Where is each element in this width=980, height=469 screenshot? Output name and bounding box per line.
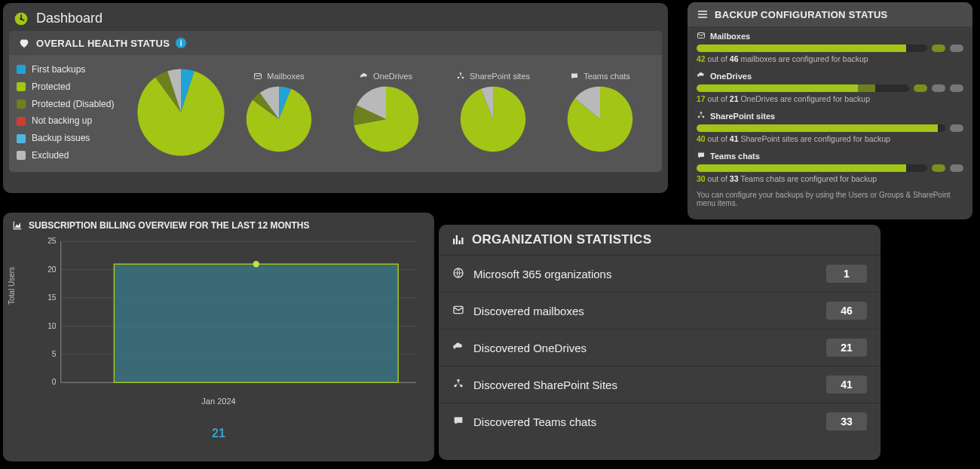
legend-label: Backup issues [32, 130, 90, 147]
health-col-pie [459, 85, 527, 153]
globe-icon [452, 267, 464, 281]
org-stat-value: 21 [826, 339, 867, 357]
overall-health-title: OVERALL HEALTH STATUS [36, 38, 170, 49]
backup-progress-bar [697, 124, 945, 132]
backup-progress-bar [697, 164, 927, 172]
org-stat-label: Discovered OneDrives [452, 341, 586, 355]
health-col-title: SharePoint sites [456, 72, 530, 81]
dashboard-title: Dashboard [36, 11, 103, 26]
svg-text:25: 25 [47, 237, 57, 245]
legend-swatch [17, 117, 26, 126]
org-stat-row[interactable]: Discovered Teams chats33 [439, 403, 880, 440]
legend-swatch [17, 82, 26, 91]
backup-item-label: OneDrives [697, 71, 963, 81]
backup-pill [950, 124, 963, 132]
mailbox-icon [697, 31, 706, 41]
org-stat-value: 33 [826, 412, 867, 431]
bar-chart-icon [451, 233, 464, 247]
legend-label: Not backing up [32, 112, 92, 130]
svg-point-22 [253, 261, 259, 267]
svg-text:20: 20 [47, 265, 57, 274]
list-icon [697, 8, 709, 20]
backup-progress-bar [697, 44, 927, 52]
backup-item-onedrives: OneDrives 17 out of 21 OneDrives are con… [688, 66, 972, 106]
org-stat-value: 46 [826, 302, 867, 320]
backup-item-mailboxes: Mailboxes 42 out of 46 mailboxes are con… [688, 26, 972, 66]
health-col-title: Mailboxes [253, 72, 305, 81]
backup-bar-row [697, 44, 963, 52]
billing-chart-svg: 0510152025 [38, 237, 424, 395]
backup-pill [932, 84, 945, 92]
legend-item-protected: Protected [17, 78, 136, 96]
svg-point-7 [700, 112, 703, 114]
billing-header: SUBSCRIPTION BILLING OVERVIEW FOR THE LA… [3, 213, 434, 232]
dashboard-icon [14, 11, 29, 26]
backup-config-panel: BACKUP CONFIGURATION STATUS Mailboxes 42… [688, 2, 972, 219]
svg-text:5: 5 [52, 350, 57, 358]
org-stat-label: Discovered mailboxes [452, 304, 584, 318]
backup-item-label: Teams chats [697, 151, 963, 161]
svg-text:10: 10 [47, 321, 57, 330]
health-col-title: OneDrives [360, 72, 412, 81]
teams-icon [452, 415, 464, 429]
health-legend: First backupsProtectedProtected (Disable… [15, 61, 136, 164]
org-stat-row[interactable]: Microsoft 365 organizations1 [439, 255, 880, 292]
legend-label: Excluded [32, 147, 69, 164]
health-col-teams-chats: Teams chats [555, 72, 645, 153]
info-icon[interactable]: i [176, 38, 186, 48]
legend-item-protected_disabled: Protected (Disabled) [17, 96, 136, 113]
billing-panel: SUBSCRIPTION BILLING OVERVIEW FOR THE LA… [3, 213, 434, 461]
health-col-pie [352, 85, 420, 153]
org-stat-row[interactable]: Discovered OneDrives21 [439, 329, 880, 366]
legend-swatch [17, 65, 26, 74]
legend-item-issues: Backup issues [17, 130, 136, 147]
health-col-mailboxes: Mailboxes [234, 72, 324, 153]
area-chart-icon [12, 220, 23, 231]
org-stats-panel: ORGANIZATION STATISTICS Microsoft 365 or… [439, 225, 880, 460]
backup-item-note: 17 out of 21 OneDrives are configured fo… [697, 94, 963, 103]
overall-health-section: OVERALL HEALTH STATUS i First backupsPro… [9, 31, 662, 172]
legend-item-excluded: Excluded [17, 147, 136, 164]
mailbox-icon [452, 304, 464, 318]
backup-pill [914, 84, 927, 92]
sharepoint-icon [452, 378, 464, 392]
legend-swatch [17, 151, 26, 160]
org-stat-row[interactable]: Discovered mailboxes46 [439, 292, 880, 329]
svg-point-3 [460, 73, 462, 75]
heart-icon [18, 37, 30, 49]
org-stat-value: 41 [826, 376, 867, 394]
legend-swatch [17, 134, 26, 143]
backup-pill [950, 44, 963, 52]
dashboard-title-bar: Dashboard [3, 3, 668, 31]
billing-highlighted-value[interactable]: 21 [3, 427, 434, 440]
backup-item-label: SharePoint sites [697, 111, 963, 121]
backup-item-sharepoint-sites: SharePoint sites 40 out of 41 SharePoint… [688, 106, 972, 146]
org-stat-label: Discovered Teams chats [452, 415, 596, 429]
backup-pill [950, 84, 963, 92]
legend-item-first: First backups [17, 61, 136, 78]
backup-item-teams-chats: Teams chats 30 out of 33 Teams chats are… [688, 146, 972, 186]
svg-text:0: 0 [52, 378, 57, 386]
health-col-pie [566, 85, 634, 153]
backup-bar-row [697, 164, 963, 172]
backup-item-note: 30 out of 33 Teams chats are configured … [697, 174, 963, 183]
backup-pill [932, 164, 945, 172]
backup-pill [932, 44, 945, 52]
backup-config-title: BACKUP CONFIGURATION STATUS [715, 9, 888, 20]
org-stat-row[interactable]: Discovered SharePoint Sites41 [439, 366, 880, 403]
org-stats-title: ORGANIZATION STATISTICS [472, 232, 651, 247]
teams-icon [697, 151, 706, 161]
backup-item-note: 40 out of 41 SharePoint sites are config… [697, 134, 963, 143]
backup-item-label: Mailboxes [697, 31, 963, 41]
org-stats-rows: Microsoft 365 organizations1Discovered m… [439, 255, 880, 440]
backup-bar-row [697, 124, 963, 132]
org-stat-label: Microsoft 365 organizations [452, 267, 611, 281]
overall-health-body: First backupsProtectedProtected (Disable… [9, 55, 662, 172]
backup-bar-row [697, 84, 963, 92]
health-col-onedrives: OneDrives [341, 72, 431, 153]
health-columns: MailboxesOneDrivesSharePoint sitesTeams … [226, 72, 656, 153]
legend-item-not_backing: Not backing up [17, 112, 136, 130]
legend-swatch [17, 100, 26, 109]
onedrive-icon [452, 341, 464, 355]
backup-config-list: Mailboxes 42 out of 46 mailboxes are con… [688, 26, 972, 186]
